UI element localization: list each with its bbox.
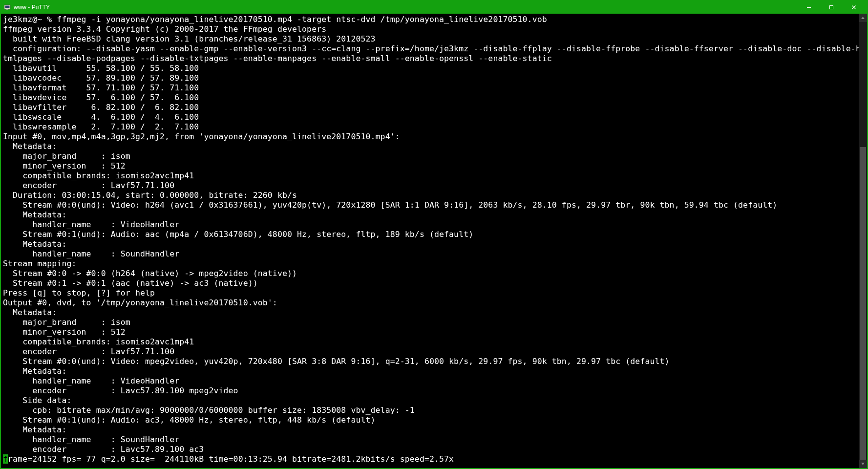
content-wrap: je3kmz@~ % ffmpeg -i yonayona/yonayona_l…: [1, 14, 867, 468]
ffmpeg-status-line: frame=24152 fps= 77 q=2.0 size= 244110kB…: [3, 454, 454, 464]
svg-rect-1: [5, 6, 10, 8]
svg-rect-3: [807, 7, 811, 8]
scroll-down-button[interactable]: [859, 460, 867, 468]
svg-marker-8: [861, 463, 865, 465]
svg-marker-7: [861, 17, 865, 19]
minimize-button[interactable]: [798, 2, 820, 12]
titlebar-controls: [798, 2, 865, 12]
scrollbar[interactable]: [859, 14, 867, 468]
scroll-track[interactable]: [859, 22, 867, 460]
titlebar-left: www - PuTTY: [4, 4, 50, 11]
putty-icon: [4, 4, 11, 11]
scroll-up-button[interactable]: [859, 14, 867, 22]
putty-window: www - PuTTY je3kmz@~ % ffmpeg -i yonayon…: [0, 0, 868, 469]
terminal-output[interactable]: je3kmz@~ % ffmpeg -i yonayona/yonayona_l…: [1, 14, 859, 468]
svg-rect-2: [6, 9, 8, 10]
titlebar[interactable]: www - PuTTY: [1, 1, 867, 14]
maximize-button[interactable]: [820, 2, 843, 12]
svg-rect-4: [830, 6, 833, 9]
terminal-cursor: f: [3, 454, 8, 464]
window-title: www - PuTTY: [14, 4, 50, 11]
close-button[interactable]: [843, 2, 865, 12]
scroll-thumb[interactable]: [860, 147, 866, 460]
